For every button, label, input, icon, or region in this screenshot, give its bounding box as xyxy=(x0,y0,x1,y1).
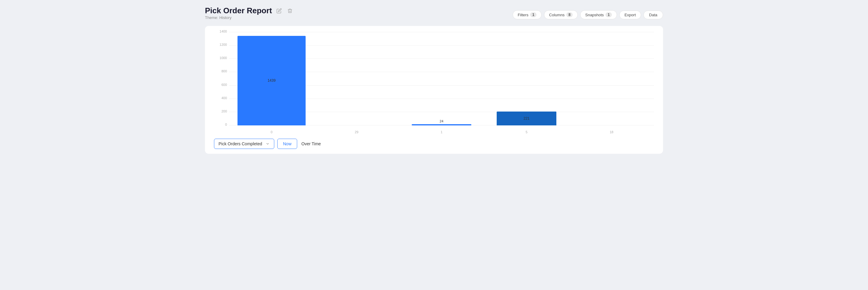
columns-button[interactable]: Columns 8 xyxy=(544,10,578,19)
columns-label: Columns xyxy=(549,13,564,17)
bar-label-221: 221 xyxy=(524,116,530,121)
toolbar-right: Filters 1 Columns 8 Snapshots 1 Export D… xyxy=(513,10,663,19)
title-area: Pick Order Report xyxy=(205,6,294,16)
x-label-5: 5 xyxy=(484,130,569,135)
export-button[interactable]: Export xyxy=(619,10,641,19)
columns-badge: 8 xyxy=(566,12,572,17)
over-time-button[interactable]: Over Time xyxy=(300,139,322,149)
bar-221: 221 xyxy=(497,112,556,125)
x-label-0: 0 xyxy=(229,130,314,135)
now-button[interactable]: Now xyxy=(277,139,297,149)
bar-group-0: 1439 xyxy=(229,32,314,125)
bar-label-0: 1439 xyxy=(268,78,276,83)
bar-group-29 xyxy=(314,32,399,125)
snapshots-button[interactable]: Snapshots 1 xyxy=(580,10,617,19)
chart-area: 1400 1200 1000 800 600 400 200 0 1439 xyxy=(214,32,654,135)
edit-icon xyxy=(276,8,282,13)
filters-badge: 1 xyxy=(530,12,536,17)
bar-group-24: 24 xyxy=(399,32,484,125)
filters-label: Filters xyxy=(518,13,528,17)
page-title: Pick Order Report xyxy=(205,6,272,16)
delete-icon xyxy=(287,8,293,13)
edit-button[interactable] xyxy=(275,7,283,15)
bar-group-18 xyxy=(569,32,654,125)
x-label-1: 1 xyxy=(399,130,484,135)
header: Pick Order Report Theme: History Filters… xyxy=(205,6,663,24)
x-axis-labels: 0 29 1 5 18 xyxy=(229,125,654,135)
bar-label-24: 24 xyxy=(440,119,443,123)
delete-button[interactable] xyxy=(286,7,294,15)
data-label: Data xyxy=(649,13,657,17)
bottom-controls: Pick Orders Completed Now Over Time xyxy=(214,139,654,149)
chevron-down-icon xyxy=(266,142,270,146)
snapshots-badge: 1 xyxy=(606,12,612,17)
page-wrapper: Pick Order Report Theme: History Filters… xyxy=(205,6,663,154)
chart-card: 1400 1200 1000 800 600 400 200 0 1439 xyxy=(205,26,663,154)
bar-group-221: 221 xyxy=(484,32,569,125)
metric-label: Pick Orders Completed xyxy=(218,141,262,146)
filters-button[interactable]: Filters 1 xyxy=(513,10,541,19)
bar-0: 1439 xyxy=(238,36,306,125)
data-button[interactable]: Data xyxy=(644,10,663,19)
title-section: Pick Order Report Theme: History xyxy=(205,6,294,24)
theme-label: Theme: History xyxy=(205,16,294,20)
bars-container: 1439 24 221 xyxy=(229,32,654,125)
x-label-18: 18 xyxy=(569,130,654,135)
snapshots-label: Snapshots xyxy=(585,13,604,17)
x-label-29: 29 xyxy=(314,130,399,135)
export-label: Export xyxy=(624,13,636,17)
metric-select[interactable]: Pick Orders Completed xyxy=(214,139,274,149)
